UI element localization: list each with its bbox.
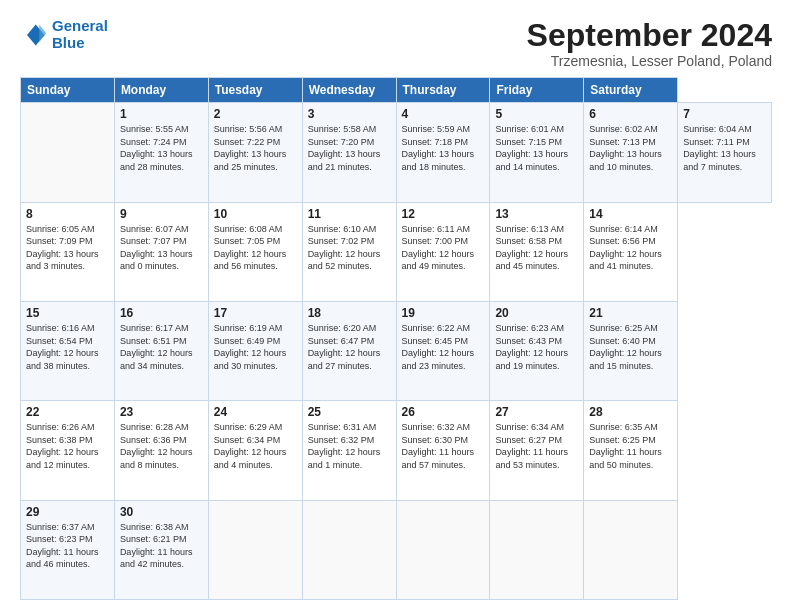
day-info: Sunrise: 6:07 AM Sunset: 7:07 PM Dayligh… <box>120 223 203 273</box>
header-row: Sunday Monday Tuesday Wednesday Thursday… <box>21 78 772 103</box>
day-number: 20 <box>495 306 578 320</box>
day-number: 2 <box>214 107 297 121</box>
col-wednesday: Wednesday <box>302 78 396 103</box>
logo: General Blue <box>20 18 108 51</box>
logo-line2: Blue <box>52 34 85 51</box>
day-info: Sunrise: 5:56 AM Sunset: 7:22 PM Dayligh… <box>214 123 297 173</box>
calendar-body: 1Sunrise: 5:55 AM Sunset: 7:24 PM Daylig… <box>21 103 772 600</box>
day-info: Sunrise: 6:32 AM Sunset: 6:30 PM Dayligh… <box>402 421 485 471</box>
day-info: Sunrise: 6:13 AM Sunset: 6:58 PM Dayligh… <box>495 223 578 273</box>
day-info: Sunrise: 6:23 AM Sunset: 6:43 PM Dayligh… <box>495 322 578 372</box>
day-number: 27 <box>495 405 578 419</box>
calendar-week-1: 8Sunrise: 6:05 AM Sunset: 7:09 PM Daylig… <box>21 202 772 301</box>
day-info: Sunrise: 6:31 AM Sunset: 6:32 PM Dayligh… <box>308 421 391 471</box>
title-block: September 2024 Trzemesnia, Lesser Poland… <box>527 18 772 69</box>
calendar-cell: 25Sunrise: 6:31 AM Sunset: 6:32 PM Dayli… <box>302 401 396 500</box>
day-number: 3 <box>308 107 391 121</box>
day-info: Sunrise: 5:59 AM Sunset: 7:18 PM Dayligh… <box>402 123 485 173</box>
header: General Blue September 2024 Trzemesnia, … <box>20 18 772 69</box>
day-number: 24 <box>214 405 297 419</box>
day-info: Sunrise: 6:37 AM Sunset: 6:23 PM Dayligh… <box>26 521 109 571</box>
calendar-cell: 30Sunrise: 6:38 AM Sunset: 6:21 PM Dayli… <box>114 500 208 599</box>
day-info: Sunrise: 6:17 AM Sunset: 6:51 PM Dayligh… <box>120 322 203 372</box>
calendar-cell: 10Sunrise: 6:08 AM Sunset: 7:05 PM Dayli… <box>208 202 302 301</box>
day-number: 7 <box>683 107 766 121</box>
calendar-cell <box>584 500 678 599</box>
day-number: 6 <box>589 107 672 121</box>
calendar-table: Sunday Monday Tuesday Wednesday Thursday… <box>20 77 772 600</box>
calendar-cell: 1Sunrise: 5:55 AM Sunset: 7:24 PM Daylig… <box>114 103 208 202</box>
calendar-cell <box>396 500 490 599</box>
calendar-cell: 16Sunrise: 6:17 AM Sunset: 6:51 PM Dayli… <box>114 301 208 400</box>
day-number: 5 <box>495 107 578 121</box>
day-info: Sunrise: 6:26 AM Sunset: 6:38 PM Dayligh… <box>26 421 109 471</box>
calendar-cell: 15Sunrise: 6:16 AM Sunset: 6:54 PM Dayli… <box>21 301 115 400</box>
subtitle: Trzemesnia, Lesser Poland, Poland <box>527 53 772 69</box>
day-info: Sunrise: 6:01 AM Sunset: 7:15 PM Dayligh… <box>495 123 578 173</box>
day-number: 21 <box>589 306 672 320</box>
day-number: 11 <box>308 207 391 221</box>
day-info: Sunrise: 5:58 AM Sunset: 7:20 PM Dayligh… <box>308 123 391 173</box>
day-info: Sunrise: 5:55 AM Sunset: 7:24 PM Dayligh… <box>120 123 203 173</box>
day-info: Sunrise: 6:10 AM Sunset: 7:02 PM Dayligh… <box>308 223 391 273</box>
calendar-cell: 6Sunrise: 6:02 AM Sunset: 7:13 PM Daylig… <box>584 103 678 202</box>
main-title: September 2024 <box>527 18 772 53</box>
day-number: 29 <box>26 505 109 519</box>
col-friday: Friday <box>490 78 584 103</box>
calendar-cell: 4Sunrise: 5:59 AM Sunset: 7:18 PM Daylig… <box>396 103 490 202</box>
day-info: Sunrise: 6:02 AM Sunset: 7:13 PM Dayligh… <box>589 123 672 173</box>
logo-text: General Blue <box>52 18 108 51</box>
day-number: 16 <box>120 306 203 320</box>
calendar-cell: 9Sunrise: 6:07 AM Sunset: 7:07 PM Daylig… <box>114 202 208 301</box>
day-number: 14 <box>589 207 672 221</box>
calendar-cell: 18Sunrise: 6:20 AM Sunset: 6:47 PM Dayli… <box>302 301 396 400</box>
calendar-cell: 20Sunrise: 6:23 AM Sunset: 6:43 PM Dayli… <box>490 301 584 400</box>
day-number: 19 <box>402 306 485 320</box>
day-info: Sunrise: 6:04 AM Sunset: 7:11 PM Dayligh… <box>683 123 766 173</box>
calendar-cell: 7Sunrise: 6:04 AM Sunset: 7:11 PM Daylig… <box>678 103 772 202</box>
day-info: Sunrise: 6:16 AM Sunset: 6:54 PM Dayligh… <box>26 322 109 372</box>
day-info: Sunrise: 6:22 AM Sunset: 6:45 PM Dayligh… <box>402 322 485 372</box>
day-number: 30 <box>120 505 203 519</box>
day-number: 8 <box>26 207 109 221</box>
day-info: Sunrise: 6:38 AM Sunset: 6:21 PM Dayligh… <box>120 521 203 571</box>
calendar-cell: 26Sunrise: 6:32 AM Sunset: 6:30 PM Dayli… <box>396 401 490 500</box>
calendar-cell: 17Sunrise: 6:19 AM Sunset: 6:49 PM Dayli… <box>208 301 302 400</box>
day-number: 28 <box>589 405 672 419</box>
col-thursday: Thursday <box>396 78 490 103</box>
col-monday: Monday <box>114 78 208 103</box>
calendar-cell <box>208 500 302 599</box>
day-number: 17 <box>214 306 297 320</box>
day-number: 10 <box>214 207 297 221</box>
calendar-cell <box>21 103 115 202</box>
calendar-week-0: 1Sunrise: 5:55 AM Sunset: 7:24 PM Daylig… <box>21 103 772 202</box>
svg-marker-1 <box>39 24 46 42</box>
day-number: 18 <box>308 306 391 320</box>
calendar-cell: 21Sunrise: 6:25 AM Sunset: 6:40 PM Dayli… <box>584 301 678 400</box>
calendar-cell: 23Sunrise: 6:28 AM Sunset: 6:36 PM Dayli… <box>114 401 208 500</box>
page: General Blue September 2024 Trzemesnia, … <box>0 0 792 612</box>
day-number: 22 <box>26 405 109 419</box>
day-info: Sunrise: 6:29 AM Sunset: 6:34 PM Dayligh… <box>214 421 297 471</box>
day-info: Sunrise: 6:05 AM Sunset: 7:09 PM Dayligh… <box>26 223 109 273</box>
calendar-header: Sunday Monday Tuesday Wednesday Thursday… <box>21 78 772 103</box>
day-number: 12 <box>402 207 485 221</box>
day-info: Sunrise: 6:35 AM Sunset: 6:25 PM Dayligh… <box>589 421 672 471</box>
calendar-cell: 22Sunrise: 6:26 AM Sunset: 6:38 PM Dayli… <box>21 401 115 500</box>
day-number: 13 <box>495 207 578 221</box>
calendar-cell: 19Sunrise: 6:22 AM Sunset: 6:45 PM Dayli… <box>396 301 490 400</box>
calendar-cell: 14Sunrise: 6:14 AM Sunset: 6:56 PM Dayli… <box>584 202 678 301</box>
day-number: 25 <box>308 405 391 419</box>
col-sunday: Sunday <box>21 78 115 103</box>
day-info: Sunrise: 6:34 AM Sunset: 6:27 PM Dayligh… <box>495 421 578 471</box>
logo-icon <box>20 21 48 49</box>
day-info: Sunrise: 6:20 AM Sunset: 6:47 PM Dayligh… <box>308 322 391 372</box>
col-tuesday: Tuesday <box>208 78 302 103</box>
calendar-cell: 5Sunrise: 6:01 AM Sunset: 7:15 PM Daylig… <box>490 103 584 202</box>
day-number: 26 <box>402 405 485 419</box>
calendar-week-3: 22Sunrise: 6:26 AM Sunset: 6:38 PM Dayli… <box>21 401 772 500</box>
day-number: 9 <box>120 207 203 221</box>
calendar-cell <box>490 500 584 599</box>
day-info: Sunrise: 6:19 AM Sunset: 6:49 PM Dayligh… <box>214 322 297 372</box>
calendar-cell: 8Sunrise: 6:05 AM Sunset: 7:09 PM Daylig… <box>21 202 115 301</box>
